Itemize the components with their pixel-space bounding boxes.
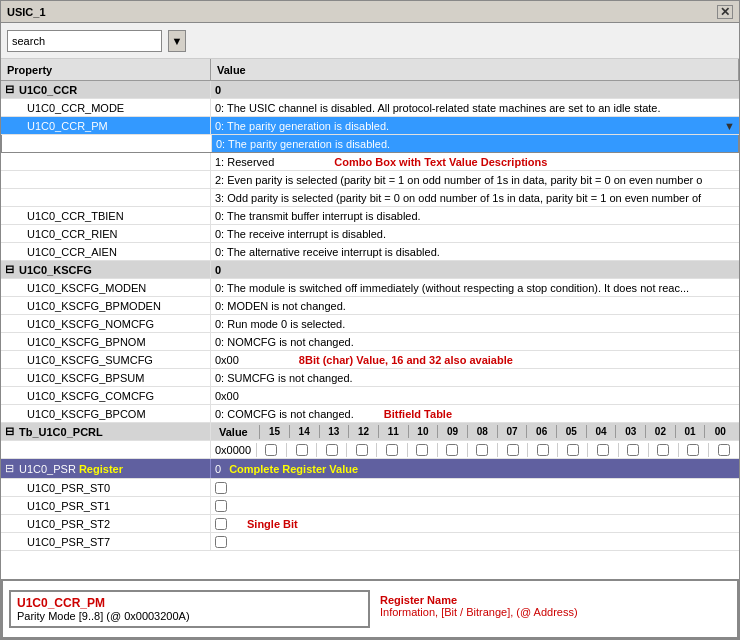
val-u1c0-psr-st1[interactable] bbox=[211, 497, 231, 514]
combo-item-2[interactable]: 2: Even parity is selected (parity bit =… bbox=[1, 171, 739, 189]
bitfield-header-row: Value 15 14 13 12 11 10 09 08 07 06 05 0… bbox=[211, 423, 739, 440]
bit14-checkbox[interactable] bbox=[287, 443, 317, 457]
prop-u1c0-kscfg-nomcfg: U1C0_KSCFG_NOMCFG bbox=[1, 315, 211, 332]
row-u1c0-kscfg-comcfg[interactable]: U1C0_KSCFG_COMCFG 0x00 bbox=[1, 387, 739, 405]
bit04-checkbox[interactable] bbox=[588, 443, 618, 457]
register-row-u1c0-psr[interactable]: ⊟ U1C0_PSR Register 0 Complete Register … bbox=[1, 459, 739, 479]
bit10-checkbox[interactable] bbox=[408, 443, 438, 457]
val-u1c0-kscfg-moden: 0: The module is switched off immediatel… bbox=[211, 279, 739, 296]
property-col-header: Property bbox=[1, 59, 211, 80]
combo-annotation: Combo Box with Text Value Descriptions bbox=[334, 156, 547, 168]
val-u1c0-psr-st7[interactable] bbox=[211, 533, 231, 550]
combo-item-0-name bbox=[2, 135, 212, 152]
group-row-u1c0-kscfg[interactable]: ⊟ U1C0_KSCFG 0 bbox=[1, 261, 739, 279]
val-u1c0-ccr-tbien: 0: The transmit buffer interrupt is disa… bbox=[211, 207, 739, 224]
row-u1c0-psr-st2[interactable]: U1C0_PSR_ST2 Single Bit bbox=[1, 515, 739, 533]
bit09-checkbox[interactable] bbox=[438, 443, 468, 457]
bit00-checkbox[interactable] bbox=[709, 443, 739, 457]
chevron-down-icon: ▼ bbox=[172, 35, 183, 47]
row-u1c0-kscfg-bpsum[interactable]: U1C0_KSCFG_BPSUM 0: SUMCFG is not change… bbox=[1, 369, 739, 387]
row-u1c0-kscfg-moden[interactable]: U1C0_KSCFG_MODEN 0: The module is switch… bbox=[1, 279, 739, 297]
bit15-checkbox[interactable] bbox=[257, 443, 287, 457]
close-button[interactable]: ✕ bbox=[717, 5, 733, 19]
bottom-row: U1C0_CCR_PM Parity Mode [9..8] (@ 0x0003… bbox=[9, 590, 731, 628]
toolbar: ▼ bbox=[1, 23, 739, 59]
row-u1c0-kscfg-bpcom[interactable]: U1C0_KSCFG_BPCOM 0: COMCFG is not change… bbox=[1, 405, 739, 423]
expand-icon[interactable]: ⊟ bbox=[5, 83, 17, 96]
bottom-reg-name: U1C0_CCR_PM bbox=[17, 596, 362, 610]
row-u1c0-psr-st1[interactable]: U1C0_PSR_ST1 bbox=[1, 497, 739, 515]
row-u1c0-kscfg-bpmoden[interactable]: U1C0_KSCFG_BPMODEN 0: MODEN is not chang… bbox=[1, 297, 739, 315]
combo-item-3[interactable]: 3: Odd parity is selected (parity bit = … bbox=[1, 189, 739, 207]
prop-u1c0-kscfg-sumcfg: U1C0_KSCFG_SUMCFG bbox=[1, 351, 211, 368]
expand-icon-pcrl[interactable]: ⊟ bbox=[5, 425, 17, 438]
combo-item-2-value: 2: Even parity is selected (parity bit =… bbox=[211, 171, 739, 188]
combo-item-1[interactable]: 1: Reserved Combo Box with Text Value De… bbox=[1, 153, 739, 171]
row-u1c0-ccr-tbien[interactable]: U1C0_CCR_TBIEN 0: The transmit buffer in… bbox=[1, 207, 739, 225]
bit12-checkbox[interactable] bbox=[347, 443, 377, 457]
combo-dropdown-icon[interactable]: ▼ bbox=[724, 120, 735, 132]
combo-item-2-name bbox=[1, 171, 211, 188]
table-body[interactable]: ⊟ U1C0_CCR 0 U1C0_CCR_MODE 0: The USIC c… bbox=[1, 81, 739, 579]
val-u1c0-ccr-aien: 0: The alternative receive interrupt is … bbox=[211, 243, 739, 260]
bit07-checkbox[interactable] bbox=[498, 443, 528, 457]
bit06-checkbox[interactable] bbox=[528, 443, 558, 457]
combo-item-0[interactable]: 0: The parity generation is disabled. bbox=[1, 135, 739, 153]
val-u1c0-kscfg-bpsum: 0: SUMCFG is not changed. bbox=[211, 369, 739, 386]
bit02-checkbox[interactable] bbox=[649, 443, 679, 457]
register-value-u1c0-psr: 0 Complete Register Value bbox=[211, 459, 739, 478]
bit08-checkbox[interactable] bbox=[468, 443, 498, 457]
group-value-u1c0-kscfg: 0 bbox=[211, 261, 739, 278]
bit05-checkbox[interactable] bbox=[558, 443, 588, 457]
row-u1c0-kscfg-sumcfg[interactable]: U1C0_KSCFG_SUMCFG 0x00 8Bit (char) Value… bbox=[1, 351, 739, 369]
row-u1c0-kscfg-bpnom[interactable]: U1C0_KSCFG_BPNOM 0: NOMCFG is not change… bbox=[1, 333, 739, 351]
bottom-right-panel: Register Name Information, [Bit / Bitran… bbox=[374, 590, 731, 628]
row-u1c0-psr-st7[interactable]: U1C0_PSR_ST7 bbox=[1, 533, 739, 551]
single-bit-annotation: Single Bit bbox=[247, 518, 298, 530]
group-label: U1C0_CCR bbox=[19, 84, 77, 96]
row-u1c0-ccr-rien[interactable]: U1C0_CCR_RIEN 0: The receive interrupt i… bbox=[1, 225, 739, 243]
val-u1c0-kscfg-bpcom: 0: COMCFG is not changed. Bitfield Table bbox=[211, 405, 739, 422]
window-title: USIC_1 bbox=[7, 6, 46, 18]
prop-u1c0-psr-st7: U1C0_PSR_ST7 bbox=[1, 533, 211, 550]
prop-u1c0-ccr-tbien: U1C0_CCR_TBIEN bbox=[1, 207, 211, 224]
row-u1c0-ccr-mode[interactable]: U1C0_CCR_MODE 0: The USIC channel is dis… bbox=[1, 99, 739, 117]
val-u1c0-psr-st2[interactable]: Single Bit bbox=[211, 515, 302, 532]
prop-u1c0-kscfg-bpsum: U1C0_KSCFG_BPSUM bbox=[1, 369, 211, 386]
bitfield-annotation: Bitfield Table bbox=[384, 408, 452, 420]
search-dropdown-button[interactable]: ▼ bbox=[168, 30, 186, 52]
group-name-u1c0-ccr: ⊟ U1C0_CCR bbox=[1, 81, 211, 98]
combo-item-3-name bbox=[1, 189, 211, 206]
group-row-u1c0-ccr[interactable]: ⊟ U1C0_CCR 0 bbox=[1, 81, 739, 99]
bit13-checkbox[interactable] bbox=[317, 443, 347, 457]
group-row-tb-u1c0-pcrl[interactable]: ⊟ Tb_U1C0_PCRL Value 15 14 13 12 11 10 0… bbox=[1, 423, 739, 441]
expand-icon-kscfg[interactable]: ⊟ bbox=[5, 263, 17, 276]
val-u1c0-psr-st0[interactable] bbox=[211, 479, 231, 496]
bitfield-value-row: 0x0000 bbox=[1, 441, 739, 459]
val-u1c0-kscfg-sumcfg: 0x00 8Bit (char) Value, 16 and 32 also a… bbox=[211, 351, 739, 368]
prop-u1c0-ccr-mode: U1C0_CCR_MODE bbox=[1, 99, 211, 116]
row-u1c0-ccr-pm[interactable]: U1C0_CCR_PM 0: The parity generation is … bbox=[1, 117, 739, 135]
val-u1c0-ccr-pm[interactable]: 0: The parity generation is disabled. ▼ bbox=[211, 117, 739, 134]
bit11-checkbox[interactable] bbox=[377, 443, 407, 457]
val-u1c0-ccr-mode: 0: The USIC channel is disabled. All pro… bbox=[211, 99, 739, 116]
search-input[interactable] bbox=[12, 35, 142, 47]
complete-register-label: Complete Register Value bbox=[229, 463, 358, 475]
val-u1c0-ccr-rien: 0: The receive interrupt is disabled. bbox=[211, 225, 739, 242]
row-u1c0-kscfg-nomcfg[interactable]: U1C0_KSCFG_NOMCFG 0: Run mode 0 is selec… bbox=[1, 315, 739, 333]
val-u1c0-kscfg-comcfg: 0x00 bbox=[211, 387, 739, 404]
combo-item-1-value[interactable]: 1: Reserved Combo Box with Text Value De… bbox=[211, 153, 739, 170]
8bit-annotation: 8Bit (char) Value, 16 and 32 also avaiab… bbox=[299, 354, 513, 366]
bit01-checkbox[interactable] bbox=[679, 443, 709, 457]
expand-icon-psr[interactable]: ⊟ bbox=[5, 462, 17, 475]
group-name-u1c0-kscfg: ⊟ U1C0_KSCFG bbox=[1, 261, 211, 278]
bottom-right-desc: Information, [Bit / Bitrange], (@ Addres… bbox=[380, 606, 725, 618]
row-u1c0-psr-st0[interactable]: U1C0_PSR_ST0 bbox=[1, 479, 739, 497]
prop-u1c0-ccr-rien: U1C0_CCR_RIEN bbox=[1, 225, 211, 242]
prop-u1c0-ccr-pm: U1C0_CCR_PM bbox=[1, 117, 211, 134]
row-u1c0-ccr-aien[interactable]: U1C0_CCR_AIEN 0: The alternative receive… bbox=[1, 243, 739, 261]
bit03-checkbox[interactable] bbox=[619, 443, 649, 457]
combo-item-0-value[interactable]: 0: The parity generation is disabled. bbox=[212, 135, 738, 152]
prop-u1c0-kscfg-moden: U1C0_KSCFG_MODEN bbox=[1, 279, 211, 296]
prop-u1c0-ccr-aien: U1C0_CCR_AIEN bbox=[1, 243, 211, 260]
